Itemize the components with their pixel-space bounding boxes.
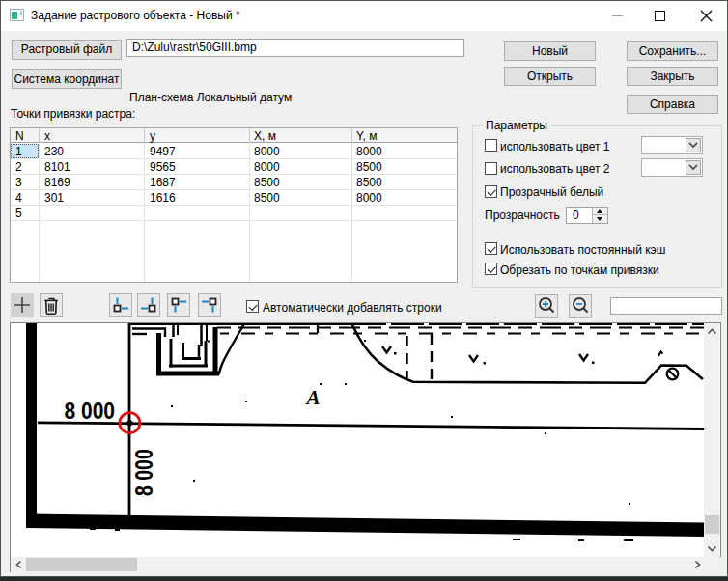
svg-text:8 000: 8 000 xyxy=(129,449,158,496)
svg-text:А: А xyxy=(305,386,321,409)
svg-text:8 000: 8 000 xyxy=(65,397,116,424)
